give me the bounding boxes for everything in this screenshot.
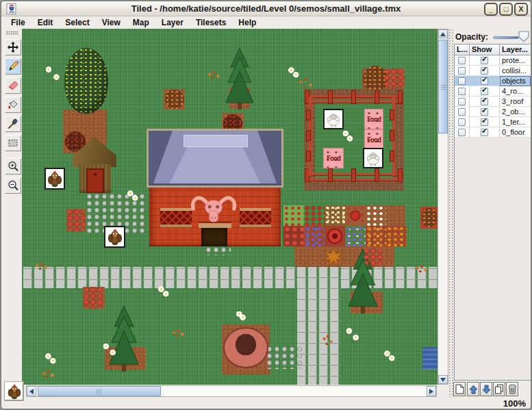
map-canvas[interactable]: Food Food Food (22, 29, 438, 385)
show-cell[interactable]: ✔ (470, 117, 500, 127)
layer-row[interactable]: ✔ 2_ob... (455, 107, 531, 117)
layer-name[interactable]: 3_roof (500, 97, 531, 107)
layer-name[interactable]: 1_ter... (500, 117, 531, 127)
zoom-in-tool-button[interactable] (5, 158, 21, 175)
eraser-tool-button[interactable] (5, 77, 21, 94)
show-cell[interactable]: ✔ (470, 127, 500, 138)
toolbar-grip[interactable] (6, 31, 18, 35)
opacity-slider-thumb[interactable] (518, 31, 530, 42)
current-brush-button[interactable] (5, 382, 23, 400)
lock-cell[interactable] (455, 97, 470, 107)
menu-help[interactable]: Help (232, 16, 262, 29)
food-label: Food (327, 155, 340, 162)
menu-file[interactable]: File (5, 16, 31, 29)
column-lock[interactable]: L... (455, 44, 470, 55)
delete-layer-button[interactable] (506, 382, 518, 396)
show-cell[interactable]: ✔ (470, 66, 500, 76)
lock-cell[interactable] (455, 117, 470, 127)
food-label: Food (367, 136, 381, 144)
opacity-slider[interactable] (493, 36, 519, 39)
pine-tree (101, 305, 147, 373)
lock-cell[interactable] (455, 86, 470, 97)
menu-select[interactable]: Select (59, 16, 95, 29)
layer-row[interactable]: ✔ 1_ter... (455, 117, 531, 127)
lower-layer-button[interactable] (480, 382, 492, 396)
duplicate-layer-button[interactable] (493, 382, 505, 396)
lock-checkbox[interactable] (458, 118, 466, 126)
move-tool-button[interactable] (5, 39, 21, 55)
house-doorway (201, 228, 227, 246)
layer-row-selected[interactable]: ✔ objects (455, 76, 531, 86)
layer-row[interactable]: ✔ collisi... (455, 66, 531, 76)
lock-checkbox[interactable] (458, 57, 466, 64)
lock-checkbox[interactable] (458, 88, 466, 95)
visibility-checkbox[interactable]: ✔ (481, 88, 488, 95)
layer-row[interactable]: ✔ 3_roof (455, 97, 531, 107)
close-button[interactable]: X (514, 3, 528, 16)
scroll-right-button[interactable] (427, 386, 436, 396)
scroll-up-button[interactable] (438, 29, 448, 38)
maximize-button[interactable]: □ (499, 3, 513, 16)
layer-name[interactable]: 2_ob... (500, 107, 531, 117)
column-show[interactable]: Show (470, 44, 500, 55)
lock-cell[interactable] (455, 55, 470, 66)
visibility-checkbox[interactable]: ✔ (481, 129, 488, 136)
column-layer[interactable]: Layer... (500, 44, 531, 55)
lock-checkbox[interactable] (458, 77, 466, 85)
eyedropper-tool-button[interactable] (5, 116, 21, 132)
fill-tool-button[interactable] (5, 97, 21, 113)
show-cell[interactable]: ✔ (470, 76, 500, 86)
lock-cell[interactable] (455, 76, 470, 86)
check-icon: ✔ (481, 97, 487, 104)
visibility-checkbox[interactable]: ✔ (481, 77, 488, 85)
lock-cell[interactable] (455, 127, 470, 138)
minimize-button[interactable]: _ (484, 3, 498, 16)
food-tile: Food (364, 129, 383, 150)
show-cell[interactable]: ✔ (470, 107, 500, 117)
show-cell[interactable]: ✔ (470, 86, 500, 97)
map-vertical-scrollbar[interactable] (438, 29, 448, 385)
visibility-checkbox[interactable]: ✔ (481, 98, 488, 105)
scroll-down-button[interactable] (438, 375, 448, 384)
layer-name[interactable]: objects (500, 76, 531, 86)
zoom-out-tool-button[interactable] (5, 177, 21, 194)
map-horizontal-scrollbar[interactable] (26, 385, 437, 397)
menu-layer[interactable]: Layer (155, 16, 190, 29)
show-cell[interactable]: ✔ (470, 55, 500, 66)
lock-cell[interactable] (455, 107, 470, 117)
lock-checkbox[interactable] (458, 129, 466, 136)
panel-splitter[interactable] (448, 29, 454, 397)
lock-checkbox[interactable] (458, 67, 466, 75)
stamp-brush-tool-button[interactable] (5, 58, 21, 75)
menu-view[interactable]: View (96, 16, 127, 29)
layer-name[interactable]: 4_ro... (500, 86, 531, 97)
menu-tilesets[interactable]: Tilesets (190, 16, 232, 29)
window-title: Tiled - /home/katie/source/tiled/Level 0… (1, 3, 531, 14)
chicken-spawn-tile (104, 226, 125, 248)
layer-name[interactable]: collisi... (500, 66, 531, 76)
raise-layer-button[interactable] (467, 382, 479, 396)
lock-checkbox[interactable] (458, 108, 466, 116)
scroll-left-button[interactable] (27, 386, 36, 396)
lock-checkbox[interactable] (458, 98, 466, 105)
layer-name[interactable]: prote... (500, 55, 531, 66)
visibility-checkbox[interactable]: ✔ (481, 57, 488, 64)
horizontal-scroll-thumb[interactable] (38, 386, 161, 396)
visibility-checkbox[interactable]: ✔ (481, 67, 488, 75)
show-cell[interactable]: ✔ (470, 97, 500, 107)
menu-map[interactable]: Map (127, 16, 155, 29)
sheep-icon (365, 150, 381, 166)
add-layer-button[interactable] (453, 382, 466, 396)
leaf-sprigs (207, 71, 222, 80)
layer-row[interactable]: ✔ 0_floor (455, 127, 531, 138)
layer-name[interactable]: 0_floor (500, 127, 531, 138)
rect-select-tool-button[interactable] (5, 135, 21, 151)
layer-row[interactable]: ✔ prote... (455, 55, 531, 66)
vertical-scroll-thumb[interactable] (438, 40, 448, 133)
titlebar[interactable]: Tiled - /home/katie/source/tiled/Level 0… (1, 1, 531, 16)
visibility-checkbox[interactable]: ✔ (481, 108, 488, 116)
menu-edit[interactable]: Edit (31, 16, 60, 29)
lock-cell[interactable] (455, 66, 470, 76)
visibility-checkbox[interactable]: ✔ (481, 118, 488, 126)
layer-row[interactable]: ✔ 4_ro... (455, 86, 531, 97)
